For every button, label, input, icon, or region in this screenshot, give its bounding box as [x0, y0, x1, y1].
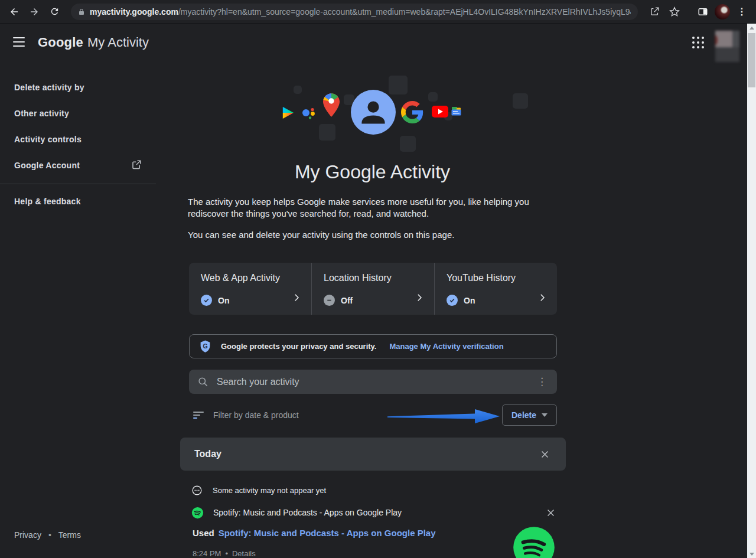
account-avatar[interactable]	[715, 31, 739, 62]
card-title: Location History	[324, 273, 425, 283]
back-arrow-icon[interactable]	[6, 4, 22, 20]
delete-item-icon[interactable]	[543, 505, 558, 520]
search-options-menu-icon[interactable]: ⋮	[535, 376, 549, 388]
close-today-icon[interactable]	[537, 447, 552, 461]
activity-time-row: 8:24 PM • Details	[193, 549, 256, 558]
scrollbar-thumb[interactable]	[748, 33, 755, 87]
decor-square	[513, 93, 528, 109]
notice-text: Some activity may not appear yet	[213, 486, 326, 495]
browser-profile-avatar[interactable]	[715, 4, 730, 19]
google-news-icon	[451, 106, 461, 116]
activity-action-link[interactable]: Spotify: Music and Podcasts - Apps on Go…	[219, 528, 436, 538]
google-play-icon	[282, 106, 295, 120]
pending-activity-notice: Some activity may not appear yet	[191, 485, 326, 496]
filter-label: Filter by date & product	[213, 410, 299, 420]
privacy-link[interactable]: Privacy	[14, 530, 41, 540]
status-label: Off	[341, 296, 353, 305]
minus-circle-icon	[324, 295, 335, 306]
page-title: My Google Activity	[188, 161, 557, 183]
annotation-arrow	[387, 409, 501, 424]
bookmark-star-icon[interactable]	[666, 4, 683, 20]
decor-square	[319, 124, 335, 141]
sidebar-item-activity-controls[interactable]: Activity controls	[14, 133, 82, 145]
sidebar-item-other-activity[interactable]: Other activity	[14, 107, 69, 119]
ellipsis-circle-icon	[191, 485, 203, 496]
google-assistant-icon	[300, 105, 317, 122]
chevron-right-icon[interactable]	[291, 292, 302, 305]
decor-square	[389, 76, 408, 94]
side-panel-icon[interactable]	[695, 4, 711, 20]
activity-item-header: Spotify: Music and Podcasts - Apps on Go…	[191, 505, 558, 520]
intro-paragraph-1: The activity you keep helps Google make …	[188, 196, 559, 220]
activity-search-bar[interactable]: ⋮	[189, 370, 557, 394]
spotify-icon	[191, 507, 204, 519]
details-link[interactable]: Details	[232, 549, 256, 558]
activity-controls-cards: Web & App Activity On Location History O…	[189, 263, 557, 315]
card-status: Off	[324, 295, 353, 306]
app-logo[interactable]: Google My Activity	[38, 34, 149, 51]
sidebar-item-google-account[interactable]: Google Account	[14, 159, 80, 171]
search-input[interactable]	[217, 377, 527, 387]
today-section-header: Today	[180, 438, 566, 471]
card-status: On	[201, 295, 229, 306]
share-icon[interactable]	[646, 4, 663, 20]
magnifier-icon	[197, 376, 208, 387]
url-path: /myactivity?hl=en&utm_source=google-acco…	[178, 7, 631, 17]
scrollbar-up-arrow[interactable]	[747, 24, 756, 32]
filter-lines-icon	[193, 412, 204, 419]
scrollbar-down-arrow[interactable]	[747, 550, 756, 558]
youtube-icon	[431, 105, 449, 118]
hamburger-menu-icon[interactable]	[13, 37, 25, 47]
chevron-right-icon[interactable]	[414, 292, 425, 305]
banner-text: Google protects your privacy and securit…	[221, 342, 376, 351]
caret-down-icon	[542, 413, 548, 417]
decor-square	[428, 92, 438, 102]
refresh-icon[interactable]	[46, 4, 63, 20]
svg-text:G: G	[203, 342, 207, 350]
filter-by-date-product[interactable]: Filter by date & product	[193, 404, 299, 426]
my-activity-page: Google My Activity Delete activity by Ot…	[0, 24, 756, 558]
activity-action-row: Used Spotify: Music and Podcasts - Apps …	[193, 528, 436, 538]
terms-link[interactable]: Terms	[58, 530, 81, 540]
card-title: YouTube History	[447, 273, 548, 283]
page-scrollbar[interactable]	[747, 24, 756, 558]
sidebar-divider	[0, 184, 156, 184]
privacy-banner: G Google protects your privacy and secur…	[189, 334, 557, 358]
apps-grid-icon[interactable]	[691, 35, 705, 50]
spotify-thumbnail	[511, 525, 556, 558]
card-status: On	[447, 295, 475, 306]
external-link-icon[interactable]	[131, 159, 142, 172]
filter-row: Filter by date & product Delete	[188, 404, 557, 426]
delete-button[interactable]: Delete	[502, 404, 557, 426]
kebab-menu-icon[interactable]: ⋮	[734, 4, 750, 20]
chevron-right-icon[interactable]	[537, 292, 548, 305]
time-separator: •	[225, 549, 228, 558]
decor-square	[294, 86, 302, 94]
card-location-history[interactable]: Location History Off	[311, 263, 434, 315]
google-maps-icon	[323, 93, 340, 117]
status-label: On	[218, 296, 229, 305]
activity-time: 8:24 PM	[193, 549, 221, 558]
logo-google-text: Google	[38, 35, 83, 50]
activity-item-title: Spotify: Music and Podcasts - Apps on Go…	[213, 508, 534, 517]
address-bar[interactable]: myactivity.google.com/myactivity?hl=en&u…	[71, 4, 638, 20]
logo-product-text: My Activity	[87, 35, 149, 50]
status-label: On	[464, 296, 475, 305]
footer-links: Privacy • Terms	[14, 530, 81, 540]
sidebar-item-delete-activity-by[interactable]: Delete activity by	[14, 81, 84, 93]
banner-verification-link[interactable]: Manage My Activity verification	[389, 342, 503, 351]
privacy-shield-icon: G	[199, 340, 211, 354]
card-youtube-history[interactable]: YouTube History On	[434, 263, 557, 315]
footer-separator: •	[48, 530, 51, 540]
url-domain: myactivity.google.com	[90, 7, 178, 17]
check-circle-icon	[447, 295, 458, 306]
sidebar-item-help-feedback[interactable]: Help & feedback	[14, 195, 81, 207]
card-web-app-activity[interactable]: Web & App Activity On	[189, 263, 311, 315]
action-verb: Used	[193, 528, 214, 538]
forward-arrow-icon[interactable]	[26, 4, 43, 20]
decor-square	[400, 136, 416, 152]
google-g-icon	[401, 101, 423, 123]
lock-icon	[78, 8, 85, 16]
browser-toolbar: myactivity.google.com/myactivity?hl=en&u…	[0, 0, 756, 24]
check-circle-icon	[201, 295, 212, 306]
